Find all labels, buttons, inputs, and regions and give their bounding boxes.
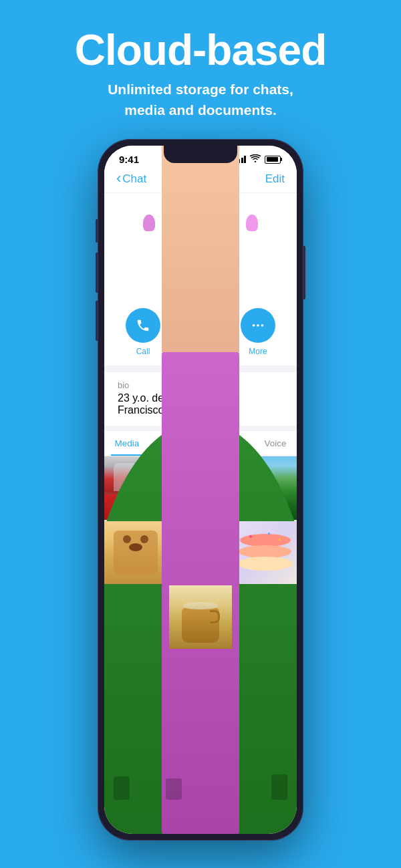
more-action[interactable]: More [241, 308, 275, 356]
more-icon [251, 318, 265, 333]
media-cell-3[interactable] [233, 456, 297, 520]
media-cell-4[interactable] [104, 521, 168, 585]
call-label: Call [136, 347, 150, 356]
call-action[interactable]: Call [126, 308, 160, 356]
hero-title: Cloud-based [20, 28, 381, 73]
svg-point-2 [257, 324, 259, 327]
wifi-icon [250, 154, 261, 164]
media-grid: 1:32 [104, 456, 297, 649]
call-button-circle [126, 308, 160, 343]
tab-media[interactable]: Media [111, 431, 144, 456]
svg-point-1 [253, 324, 255, 327]
tab-voice[interactable]: Voice [260, 431, 290, 456]
edit-button[interactable]: Edit [265, 172, 285, 186]
hero-section: Cloud-based Unlimited storage for chats,… [0, 0, 401, 132]
chevron-left-icon: ‹ [116, 171, 121, 186]
media-cell-6[interactable] [233, 521, 297, 585]
status-icons [235, 154, 283, 164]
status-time: 9:41 [119, 154, 139, 165]
phone-outer: 9:41 [98, 139, 303, 841]
more-label: More [249, 347, 267, 356]
notch [164, 146, 237, 163]
more-button-circle [241, 308, 275, 343]
hero-subtitle: Unlimited storage for chats,media and do… [20, 80, 381, 120]
phone-wrapper: 9:41 [0, 132, 401, 841]
back-button[interactable]: ‹ Chat [116, 172, 146, 186]
svg-point-3 [261, 324, 264, 327]
phone-icon [136, 318, 150, 333]
media-cell-8[interactable] [169, 585, 233, 649]
back-label: Chat [122, 172, 146, 186]
battery-icon [265, 156, 282, 164]
phone-inner: 9:41 [104, 146, 297, 834]
